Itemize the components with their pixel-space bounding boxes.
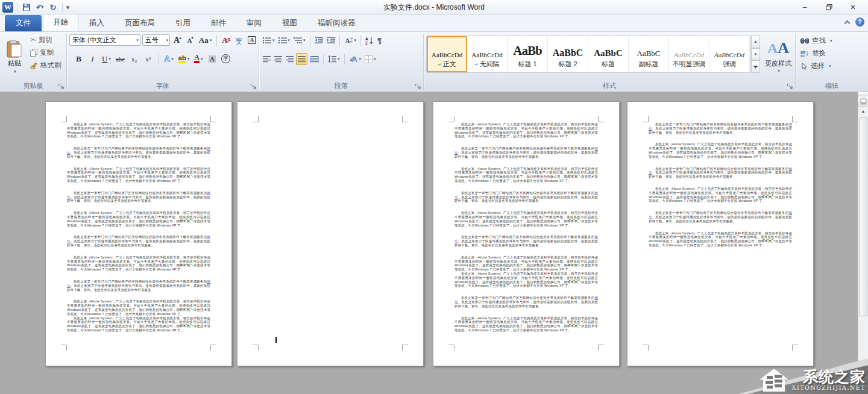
paragraph[interactable]: 系统之家是一家专门为门户网站用户的互联网站综合提供各类系统软件下载等资源服务的网… xyxy=(454,235,598,247)
page-text-area[interactable] xyxy=(259,122,402,348)
asian-layout-button[interactable]: A ▾ xyxy=(343,34,358,46)
tab-file[interactable]: 文件 xyxy=(5,15,42,31)
tab-邮件[interactable]: 邮件 xyxy=(201,15,236,31)
minimize-button[interactable]: – xyxy=(798,2,811,13)
paragraph[interactable]: 系统之家（Home System）广义上包含了电脑系统安装和手机系统安装，独立的… xyxy=(67,167,210,183)
clipboard-dialog-launcher[interactable] xyxy=(58,83,64,90)
paragraph[interactable]: 系统之家（Home System）广义上包含了电脑系统安装和手机系统安装，独立的… xyxy=(454,122,598,139)
paragraph[interactable]: 系统之家是一家专门为门户网站用户的互联网站综合提供各类系统软件下载等资源服务的网… xyxy=(649,167,792,179)
character-shading-button[interactable]: A xyxy=(206,53,218,64)
close-button[interactable]: ✕ xyxy=(846,2,860,13)
scroll-up-button[interactable]: ▲ xyxy=(858,107,868,116)
redo-button[interactable]: ↻ xyxy=(48,2,58,13)
italic-button[interactable]: I xyxy=(87,53,98,64)
change-styles-button[interactable]: AA 更改样式 ▾ xyxy=(763,34,794,79)
phonetic-guide-button[interactable]: wén 文 xyxy=(233,34,244,46)
style-不明显强调[interactable]: AaBbCcDd不明显强调 xyxy=(669,36,709,72)
align-right-button[interactable] xyxy=(285,53,295,65)
tab-引用[interactable]: 引用 xyxy=(166,15,200,31)
style-标题 2[interactable]: AaBbC标题 2 xyxy=(548,36,588,72)
page-text-area[interactable]: 系统之家（Home System）广义上包含了电脑系统安装和手机系统安装，独立的… xyxy=(454,122,598,348)
strikethrough-button[interactable]: abc xyxy=(115,53,126,64)
tab-福昕阅读器[interactable]: 福昕阅读器 xyxy=(308,15,365,31)
multilevel-list-button[interactable]: ▾ xyxy=(292,34,307,46)
vertical-scrollbar[interactable]: ▲ xyxy=(858,92,868,394)
page-3[interactable]: 系统之家（Home System）广义上包含了电脑系统安装和手机系统安装，独立的… xyxy=(433,101,620,366)
numbering-button[interactable]: ▾ xyxy=(277,34,292,46)
page-text-area[interactable]: 系统之家是一家专门为门户网站用户的互联网站综合提供各类系统软件下载等资源服务的网… xyxy=(649,122,792,348)
collapse-ribbon-icon[interactable] xyxy=(844,20,851,26)
tab-视图[interactable]: 视图 xyxy=(272,15,307,31)
superscript-button[interactable]: x² xyxy=(142,53,154,64)
select-button[interactable]: 选择 ▾ xyxy=(800,60,867,72)
paragraph[interactable]: 系统之家（Home System）广义上包含了电脑系统安装和手机系统安装，独立的… xyxy=(649,187,792,203)
subscript-button[interactable]: x₂ xyxy=(128,53,140,64)
paragraph[interactable]: 系统之家是一家专门为门户网站用户的互联网站综合提供各类系统软件下载等资源服务的网… xyxy=(454,191,598,203)
align-left-button[interactable] xyxy=(262,53,272,65)
font-dialog-launcher[interactable] xyxy=(250,83,257,90)
tab-审阅[interactable]: 审阅 xyxy=(237,15,271,31)
style-标题[interactable]: AaBbC标题 xyxy=(588,36,629,72)
line-spacing-button[interactable]: ▾ xyxy=(327,53,341,65)
save-button[interactable] xyxy=(21,2,32,13)
document-canvas[interactable]: 系统之家（Home System）广义上包含了电脑系统安装和手机系统安装，独立的… xyxy=(0,92,868,394)
page-4[interactable]: 系统之家是一家专门为门户网站用户的互联网站综合提供各类系统软件下载等资源服务的网… xyxy=(627,101,814,366)
paragraph[interactable]: 系统之家是一家专门为门户网站用户的互联网站综合提供各类系统软件下载等资源服务的网… xyxy=(67,146,210,158)
paragraph[interactable]: 系统之家（Home System）广义上包含了电脑系统安装和手机系统安装，独立的… xyxy=(454,316,598,333)
page-text-area[interactable]: 系统之家（Home System）广义上包含了电脑系统安装和手机系统安装，独立的… xyxy=(67,122,210,348)
sort-button[interactable]: A Z xyxy=(364,34,375,46)
style-正文[interactable]: AaBbCcDd↵正文 xyxy=(427,36,467,72)
paragraph[interactable]: 系统之家（Home System）广义上包含了电脑系统安装和手机系统安装，独立的… xyxy=(67,255,210,272)
font-name-combo[interactable]: 宋体 (中文正文 ▾ xyxy=(69,34,140,46)
text-effects-button[interactable]: A ▾ xyxy=(163,53,175,64)
enclose-characters-button[interactable]: 字 xyxy=(220,53,231,64)
font-color-button[interactable]: A ▾ xyxy=(193,53,204,64)
show-marks-button[interactable]: ¶ xyxy=(376,34,383,46)
paragraph[interactable]: 系统之家（Home System）广义上包含了电脑系统安装和手机系统安装，独立的… xyxy=(454,255,598,272)
scrollbar-thumb[interactable] xyxy=(859,117,867,316)
underline-button[interactable]: U ▾ xyxy=(101,53,112,64)
page-1[interactable]: 系统之家（Home System）广义上包含了电脑系统安装和手机系统安装，独立的… xyxy=(45,101,232,366)
paragraph[interactable]: 系统之家（Home System）广义上包含了电脑系统安装和手机系统安装，独立的… xyxy=(67,316,210,333)
paragraph-dialog-launcher[interactable] xyxy=(415,83,421,90)
decrease-indent-button[interactable] xyxy=(313,34,324,46)
styles-scroll-up-button[interactable]: ▲ xyxy=(751,36,760,48)
paragraph[interactable]: 系统之家是一家专门为门户网站用户的互联网站综合提供各类系统软件下载等资源服务的网… xyxy=(454,296,598,308)
paragraph[interactable]: 系统之家（Home System）广义上包含了电脑系统安装和手机系统安装，独立的… xyxy=(67,122,210,139)
paragraph[interactable]: 系统之家是一家专门为门户网站用户的互联网站综合提供各类系统软件下载等资源服务的网… xyxy=(454,146,598,158)
paragraph[interactable]: 系统之家是一家专门为门户网站用户的互联网站综合提供各类系统软件下载等资源服务的网… xyxy=(649,211,792,223)
paragraph[interactable]: 系统之家（Home System）广义上包含了电脑系统安装和手机系统安装，独立的… xyxy=(67,211,210,227)
bullets-button[interactable]: ▾ xyxy=(262,34,276,46)
font-size-combo[interactable]: 五号 ▾ xyxy=(142,34,171,46)
paragraph[interactable]: 系统之家（Home System）广义上包含了电脑系统安装和手机系统安装，独立的… xyxy=(649,231,792,248)
distribute-button[interactable] xyxy=(309,53,320,65)
grow-font-button[interactable]: A ▴ xyxy=(172,34,183,46)
align-center-button[interactable] xyxy=(273,53,283,65)
undo-dropdown-icon[interactable]: ▾ xyxy=(42,5,44,10)
paragraph[interactable]: 系统之家是一家专门为门户网站用户的互联网站综合提供各类系统软件下载等资源服务的网… xyxy=(67,235,210,247)
restore-button[interactable] xyxy=(822,2,835,13)
shading-button[interactable]: ▾ xyxy=(348,53,363,65)
style-无间隔[interactable]: AaBbCcDd↵无间隔 xyxy=(467,36,508,72)
paragraph[interactable]: 系统之家（Home System）广义上包含了电脑系统安装和手机系统安装，独立的… xyxy=(454,167,598,183)
style-副标题[interactable]: AaBbC副标题 xyxy=(629,36,669,72)
format-painter-button[interactable]: 格式刷 xyxy=(30,60,61,70)
tab-插入[interactable]: 插入 xyxy=(80,15,114,31)
styles-more-button[interactable]: ▬▼ xyxy=(751,60,760,73)
increase-indent-button[interactable] xyxy=(326,34,336,46)
change-case-button[interactable]: Aa ▾ xyxy=(198,34,213,46)
replace-button[interactable]: ab ac 替换 xyxy=(800,47,867,60)
paste-button[interactable]: 粘贴 ▾ xyxy=(2,34,27,79)
style-标题 1[interactable]: AaBb标题 1 xyxy=(508,36,548,72)
help-icon[interactable]: ? xyxy=(855,17,864,27)
shrink-font-button[interactable]: A ▾ xyxy=(184,34,195,46)
styles-dialog-launcher[interactable] xyxy=(787,83,793,90)
undo-button[interactable]: ↶ ▾ xyxy=(34,2,45,13)
tab-开始[interactable]: 开始 xyxy=(43,14,78,31)
ruler-toggle-button[interactable] xyxy=(858,96,868,107)
paragraph[interactable]: 系统之家是一家专门为门户网站用户的互联网站综合提供各类系统软件下载等资源服务的网… xyxy=(67,280,210,292)
tab-页面布局[interactable]: 页面布局 xyxy=(115,15,165,31)
justify-button[interactable] xyxy=(296,53,307,65)
paragraph[interactable]: 系统之家是一家专门为门户网站用户的互联网站综合提供各类系统软件下载等资源服务的网… xyxy=(67,191,210,203)
paragraph[interactable]: 系统之家（Home System）广义上包含了电脑系统安装和手机系统安装，独立的… xyxy=(454,211,598,227)
